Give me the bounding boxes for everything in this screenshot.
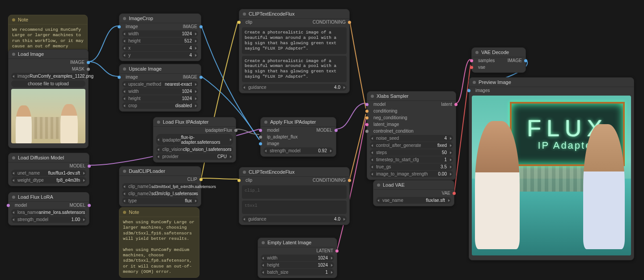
- w-image-file[interactable]: imageRunComfy_examples_1122.png: [11, 73, 85, 79]
- node-apply-ip[interactable]: Apply Flux IPAdapter modelMODEL ip_adapt…: [260, 117, 336, 157]
- w-lora-strength[interactable]: strength_model1.00: [11, 216, 86, 223]
- port-ip-out[interactable]: [234, 129, 237, 132]
- node-load-ipadapter[interactable]: Load Flux IPAdatpter ipadapterFlux ipada…: [153, 117, 236, 163]
- w-width[interactable]: width1024: [122, 30, 198, 37]
- port-mask-out[interactable]: [87, 67, 90, 71]
- w-clip2[interactable]: clip_name2sd3m/clip_l.safetensors: [122, 190, 198, 197]
- port-model-in[interactable]: [7, 204, 10, 207]
- w-ipadapter[interactable]: ipadapterflux-ip-adapter.safetensors: [156, 134, 233, 146]
- prompt-text-2a[interactable]: clip_l: [242, 185, 347, 199]
- w-dtype[interactable]: weight_dtypefp8_e4m3fn: [11, 177, 86, 184]
- node-clip-encode-pos[interactable]: CLIPTextEncodeFlux clipCONDITIONING Crea…: [239, 9, 350, 93]
- node-graph-canvas[interactable]: Note We recommend using RunComfy Large o…: [0, 0, 644, 280]
- w-guidance2[interactable]: guidance4.0: [242, 216, 347, 222]
- w-ctrl-after[interactable]: control_after_generatefixed: [370, 142, 453, 149]
- node-clip-encode-neg[interactable]: CLIPTextEncodeFlux clipCONDITIONING clip…: [239, 167, 350, 225]
- port-model-out3[interactable]: [335, 129, 338, 132]
- node-xlabs-sampler[interactable]: Xlabs Sampler modellatent conditioning n…: [367, 91, 456, 180]
- port-out-image2[interactable]: [199, 75, 203, 79]
- port-model-out2[interactable]: [88, 204, 91, 207]
- w-truegs[interactable]: true_gs3.5: [370, 163, 453, 170]
- port-s-latent-out[interactable]: [454, 103, 458, 106]
- node-preview[interactable]: Preview Image images FLUXIP Adapter: [469, 77, 634, 260]
- node-empty-latent[interactable]: Empty Latent Image LATENT width1024 heig…: [258, 238, 337, 278]
- node-image-crop[interactable]: ImageCrop imageIMAGE width1024 height512…: [119, 13, 201, 61]
- node-load-flux-lora[interactable]: Load Flux LoRA modelMODEL lora_nameanime…: [8, 192, 89, 226]
- w-steps[interactable]: steps50: [370, 149, 453, 156]
- w-vae-name[interactable]: vae_nameflux/ae.sft: [376, 197, 451, 204]
- w-upscale-method[interactable]: upscale_methodnearest-exact: [122, 81, 198, 88]
- port-samples-in[interactable]: [470, 59, 473, 62]
- note-title: Note: [18, 17, 28, 22]
- loaded-image-preview: [11, 89, 85, 143]
- port-image-out[interactable]: [87, 61, 90, 64]
- node-vae-decode[interactable]: VAE Decode samplesIMAGE vae: [471, 47, 526, 73]
- w-strength[interactable]: strength_model0.92: [263, 147, 333, 154]
- w-crop[interactable]: cropdisabled: [122, 102, 198, 109]
- port-image-out2[interactable]: [524, 59, 527, 62]
- node-upscale[interactable]: Upscale Image imageIMAGE upscale_methodn…: [119, 64, 201, 112]
- w-lora-name[interactable]: lora_nameanime_lora.safetensors: [11, 209, 86, 216]
- node-load-vae[interactable]: Load VAE VAE vae_nameflux/ae.sft: [373, 180, 454, 206]
- prompt-text-2b[interactable]: t5xxl: [242, 201, 347, 214]
- w-el-width[interactable]: width1024: [261, 255, 334, 261]
- port-clip-in2[interactable]: [237, 179, 241, 182]
- port-vae-out[interactable]: [453, 192, 456, 195]
- port-clip-out[interactable]: [199, 178, 203, 181]
- w-tstart[interactable]: timestep_to_start_cfg1: [370, 156, 453, 163]
- node-dualclip[interactable]: DualCLIPLoader CLIP clip_name1sd3m/t5xxl…: [119, 166, 201, 207]
- w-x[interactable]: x4: [122, 45, 198, 51]
- upload-button[interactable]: choose file to upload: [11, 80, 85, 87]
- port-cond-out1[interactable]: [348, 21, 351, 24]
- prompt-text-1b[interactable]: Create a photorealistic image of a beaut…: [242, 56, 347, 83]
- port-ip-in[interactable]: [259, 135, 262, 138]
- port-s-cond[interactable]: [365, 109, 369, 113]
- port-images-in[interactable]: [467, 89, 470, 92]
- w-seed[interactable]: noise_seed4: [370, 135, 453, 142]
- w-unet[interactable]: unet_nameflux/flux1-dev.sft: [11, 170, 86, 176]
- port-out-image[interactable]: [199, 25, 203, 28]
- w-height[interactable]: height512: [122, 38, 198, 44]
- port-in-image2[interactable]: [118, 75, 121, 79]
- port-clip-in1[interactable]: [237, 21, 241, 24]
- w-clipvision[interactable]: clip_visionclip_vision_l.safetensors: [156, 146, 233, 153]
- note-bottom[interactable]: Note When using RunComfy Large or larger…: [119, 207, 199, 278]
- node-load-diffusion[interactable]: Load Diffusion Model MODEL unet_nameflux…: [8, 153, 89, 186]
- w-u-width[interactable]: width1024: [122, 88, 198, 95]
- w-clip1[interactable]: clip_name1sd3m/t5xxl_fp8_e4m3fn.safetens…: [122, 183, 198, 190]
- node-load-image[interactable]: Load Image IMAGE MASK imageRunComfy_exam…: [8, 49, 89, 148]
- prompt-text-1a[interactable]: Create a photorealistic image of a beaut…: [242, 27, 347, 54]
- w-img2img[interactable]: image_to_image_strength0.00: [370, 171, 453, 177]
- port-vae-in[interactable]: [470, 66, 473, 69]
- port-s-latent[interactable]: [365, 123, 369, 126]
- port-s-control[interactable]: [365, 130, 369, 133]
- port-image-in[interactable]: [259, 142, 262, 145]
- w-guidance1[interactable]: guidance4.0: [242, 84, 347, 91]
- port-cond-out2[interactable]: [348, 179, 351, 182]
- w-batch[interactable]: batch_size1: [261, 269, 334, 276]
- w-provider[interactable]: providerCPU: [156, 153, 233, 160]
- w-el-height[interactable]: height1024: [261, 262, 334, 268]
- w-u-height[interactable]: height1024: [122, 95, 198, 102]
- port-s-model[interactable]: [365, 103, 369, 106]
- port-model-in2[interactable]: [259, 129, 262, 132]
- preview-output-image: FLUXIP Adapter: [472, 96, 631, 255]
- w-type[interactable]: typeflux: [122, 197, 198, 204]
- w-y[interactable]: y4: [122, 52, 198, 59]
- port-model-out[interactable]: [88, 164, 91, 167]
- port-in-image[interactable]: [118, 25, 121, 28]
- port-latent-out[interactable]: [335, 249, 339, 252]
- port-s-neg[interactable]: [365, 116, 369, 119]
